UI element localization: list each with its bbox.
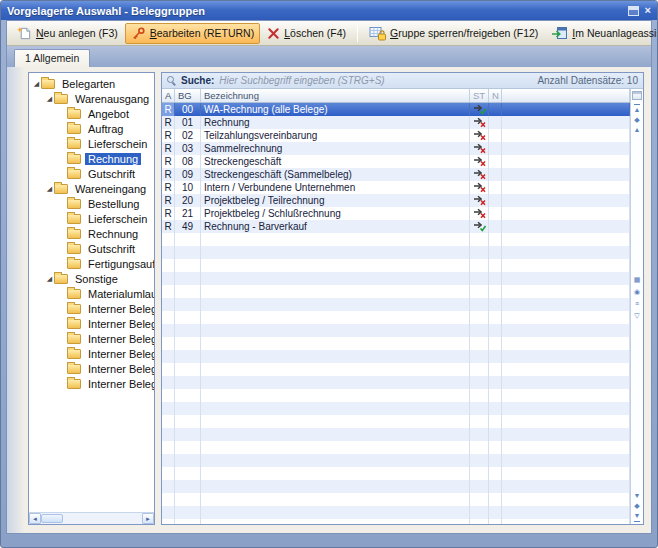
tree-item[interactable]: Gutschrift	[29, 166, 154, 181]
column-header-n[interactable]: N	[489, 89, 502, 102]
restore-icon[interactable]	[628, 6, 639, 16]
cell-bezeichnung	[201, 441, 470, 454]
tree-item[interactable]: Rechnung	[29, 226, 154, 241]
tree-item[interactable]: Interner Beleg 5 (PPS)	[29, 376, 154, 391]
cell-n	[489, 298, 502, 311]
arrow-cross-icon	[473, 182, 486, 193]
search-input[interactable]: Hier Suchbegriff eingeben (STRG+S)	[219, 75, 537, 86]
empty-row	[162, 389, 630, 402]
tree-item[interactable]: Interner Beleg	[29, 301, 154, 316]
empty-row	[162, 337, 630, 350]
cell-n	[489, 337, 502, 350]
new-button[interactable]: Neu anlegen (F3)	[11, 23, 124, 44]
column-header-bezeichnung[interactable]: Bezeichnung	[201, 89, 470, 102]
cell-n	[489, 480, 502, 493]
search-panel-icon[interactable]: ◉	[634, 287, 640, 297]
table-row[interactable]: R 03 Sammelrechnung	[162, 142, 630, 155]
table-row[interactable]: R 10 Intern / Verbundene Unternehmen	[162, 181, 630, 194]
tree-item[interactable]: Interner Beleg 3 (PPS)	[29, 346, 154, 361]
tree-horizontal-scrollbar[interactable]: ◄ ►	[29, 512, 154, 524]
cell-status	[470, 506, 489, 519]
tree-item[interactable]: ◢ Sonstige	[29, 271, 154, 286]
cell-a: R	[162, 142, 175, 155]
cell-filler	[502, 155, 630, 168]
tree-item[interactable]: Interner Beleg 4 (PPS)	[29, 361, 154, 376]
table-row[interactable]: R 01 Rechnung	[162, 116, 630, 129]
column-chooser-icon[interactable]	[632, 91, 642, 100]
cell-n	[489, 220, 502, 233]
cell-bg	[175, 389, 201, 402]
cell-status	[470, 480, 489, 493]
cell-n	[489, 506, 502, 519]
tree-item[interactable]: Angebot	[29, 106, 154, 121]
tree-item[interactable]: Lieferschein	[29, 211, 154, 226]
tree-item[interactable]: ◢ Belegarten	[29, 76, 154, 91]
tree-item[interactable]: Bestellung	[29, 196, 154, 211]
arrow-cross-icon	[473, 169, 486, 180]
tab-allgemein[interactable]: 1 Allgemein	[14, 49, 90, 67]
table-row[interactable]: R 08 Streckengeschäft	[162, 155, 630, 168]
cell-filler	[502, 207, 630, 220]
last-record-icon[interactable]: ▼	[634, 511, 641, 522]
cell-bezeichnung: Teilzahlungsvereinbarung	[201, 129, 470, 142]
tree-item[interactable]: Interner Beleg 2 (PPS)	[29, 331, 154, 346]
expand-triangle-icon[interactable]: ◢	[45, 95, 54, 102]
scrollbar-track[interactable]	[63, 513, 142, 524]
lock-group-button[interactable]: Gruppe sperren/freigeben (F12)	[363, 22, 544, 44]
cell-a: R	[162, 220, 175, 233]
table-row[interactable]: R 21 Projektbeleg / Schlußrechnung	[162, 207, 630, 220]
filter-icon[interactable]: ▽	[634, 311, 639, 321]
tree-item[interactable]: Gutschrift	[29, 241, 154, 256]
tree-item[interactable]: Auftrag	[29, 121, 154, 136]
next-record-icon[interactable]: ▼	[634, 491, 641, 501]
expand-triangle-icon[interactable]: ◢	[45, 275, 54, 282]
navigator-icon[interactable]: ◆	[634, 501, 639, 511]
tree-item[interactable]: Materialumlauf/Reparatur	[29, 286, 154, 301]
cell-filler	[502, 415, 630, 428]
table-row[interactable]: R 09 Streckengeschäft (Sammelbeleg)	[162, 168, 630, 181]
list-panel-icon[interactable]: ≡	[635, 299, 639, 309]
cell-a	[162, 350, 175, 363]
tree-item[interactable]: Interner Beleg 1 (PPS)	[29, 316, 154, 331]
title-bar[interactable]: Vorgelagerte Auswahl - Beleggruppen ×	[1, 1, 657, 20]
edit-button[interactable]: Bearbeiten (RETURN)	[125, 23, 260, 44]
wizard-toggle-button[interactable]: Im Neuanlageassistent anzeigen/sperren	[545, 22, 658, 44]
cell-status	[470, 441, 489, 454]
tab-allgemein-label: 1 Allgemein	[25, 52, 79, 64]
cell-bezeichnung	[201, 389, 470, 402]
expand-triangle-icon[interactable]: ◢	[32, 80, 41, 87]
navigator-icon[interactable]: ◆	[634, 115, 639, 125]
table-row[interactable]: R 49 Rechnung - Barverkauf	[162, 220, 630, 233]
first-record-icon[interactable]: ▲	[634, 104, 641, 115]
tree-item[interactable]: ◢ Wareneingang	[29, 181, 154, 196]
tree-item[interactable]: ◢ Warenausgang	[29, 91, 154, 106]
expand-triangle-icon[interactable]: ◢	[45, 185, 54, 192]
table-row[interactable]: R 00 WA-Rechnung (alle Belege)	[162, 103, 630, 116]
close-icon[interactable]: ×	[645, 5, 651, 16]
scroll-left-icon[interactable]: ◄	[29, 513, 41, 524]
delete-button[interactable]: Löschen (F4)	[261, 24, 352, 43]
column-header-st[interactable]: ST	[470, 89, 489, 102]
folder-icon	[67, 379, 81, 389]
cell-status	[470, 415, 489, 428]
arrow-cross-icon	[473, 208, 486, 219]
column-header-a[interactable]: A	[162, 89, 175, 102]
scrollbar-thumb[interactable]	[41, 514, 63, 523]
cell-bg	[175, 506, 201, 519]
tree-item[interactable]: Rechnung	[29, 151, 154, 166]
cell-n	[489, 363, 502, 376]
scroll-right-icon[interactable]: ►	[142, 513, 154, 524]
cell-a	[162, 272, 175, 285]
column-header-bg[interactable]: BG	[175, 89, 201, 102]
empty-row	[162, 493, 630, 506]
cell-status	[470, 298, 489, 311]
tree-item[interactable]: Lieferschein	[29, 136, 154, 151]
tree-item[interactable]: Fertigungsauftrag (PPS)	[29, 256, 154, 271]
cell-bezeichnung	[201, 350, 470, 363]
table-row[interactable]: R 02 Teilzahlungsvereinbarung	[162, 129, 630, 142]
cell-status	[470, 324, 489, 337]
grid-view-icon[interactable]: ▦	[634, 275, 641, 285]
previous-record-icon[interactable]: ▲	[634, 125, 641, 135]
folder-icon	[54, 184, 68, 194]
table-row[interactable]: R 20 Projektbeleg / Teilrechnung	[162, 194, 630, 207]
